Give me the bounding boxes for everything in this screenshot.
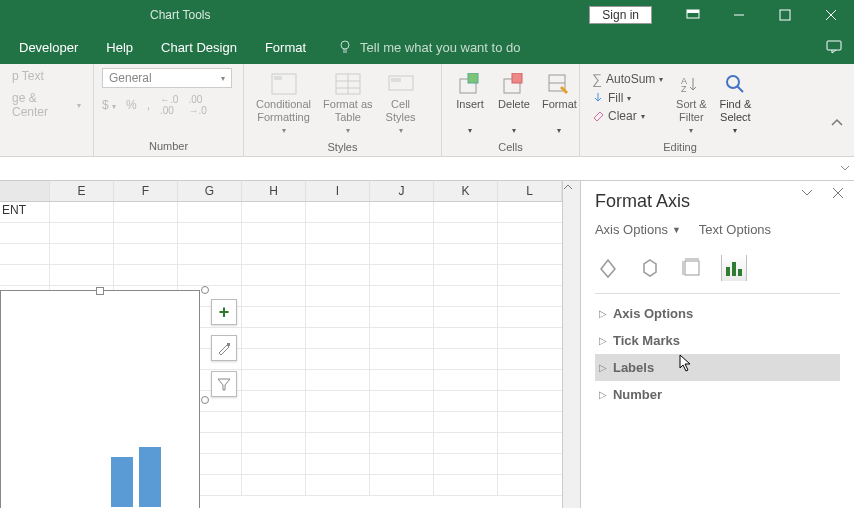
col-header-I[interactable]: I xyxy=(306,181,370,201)
collapse-ribbon-icon[interactable] xyxy=(830,118,844,128)
tab-chart-design[interactable]: Chart Design xyxy=(147,30,251,64)
col-header-J[interactable]: J xyxy=(370,181,434,201)
cell-styles-button[interactable]: Cell Styles ▾ xyxy=(381,68,421,139)
table-icon xyxy=(332,70,364,98)
axis-options-tab[interactable]: Axis Options▼ xyxy=(595,222,681,237)
svg-rect-35 xyxy=(732,262,736,276)
text-options-tab[interactable]: Text Options xyxy=(699,222,771,237)
format-axis-pane: Format Axis Axis Options▼ Text Options ▷… xyxy=(580,181,854,508)
insert-button[interactable]: Insert▾ xyxy=(450,68,490,139)
group-alignment: p Text ge & Center▾ xyxy=(0,64,94,156)
autosum-button[interactable]: ∑AutoSum▾ xyxy=(588,70,667,88)
styles-group-label: Styles xyxy=(252,139,433,155)
chart-bar xyxy=(111,457,133,507)
formula-expand-icon[interactable] xyxy=(838,161,852,175)
percent-format-button[interactable]: % xyxy=(126,98,137,112)
funnel-icon xyxy=(216,376,232,392)
section-number[interactable]: ▷Number xyxy=(595,381,840,408)
close-icon[interactable] xyxy=(808,0,854,30)
section-tick-marks[interactable]: ▷Tick Marks xyxy=(595,327,840,354)
pane-options-icon[interactable] xyxy=(800,187,814,199)
clear-button[interactable]: Clear▾ xyxy=(588,108,667,124)
vertical-scrollbar[interactable] xyxy=(562,181,580,508)
chevron-down-icon: ▾ xyxy=(221,74,225,83)
sign-in-button[interactable]: Sign in xyxy=(589,6,652,24)
svg-rect-11 xyxy=(274,76,282,80)
fill-line-icon[interactable] xyxy=(595,255,621,281)
merge-center-button[interactable]: ge & Center▾ xyxy=(8,90,85,120)
wrap-text-button[interactable]: p Text xyxy=(8,68,48,84)
format-cells-button[interactable]: Format▾ xyxy=(538,68,581,139)
decrease-decimal-button[interactable]: .00→.0 xyxy=(188,94,206,116)
size-properties-icon[interactable] xyxy=(679,255,705,281)
comma-format-button[interactable]: , xyxy=(147,98,150,112)
chevron-right-icon: ▷ xyxy=(599,335,607,346)
cells-grid[interactable]: ENT + xyxy=(0,202,562,508)
chart-bar xyxy=(139,447,161,507)
group-cells: Insert▾ Delete▾ Format▾ Cells xyxy=(442,64,580,156)
svg-line-27 xyxy=(737,86,743,92)
axis-options-icon[interactable] xyxy=(721,255,747,281)
number-format-dropdown[interactable]: General ▾ xyxy=(102,68,232,88)
chart-bars xyxy=(111,447,161,507)
chart-filter-button[interactable] xyxy=(211,371,237,397)
chevron-right-icon: ▷ xyxy=(599,389,607,400)
scroll-up-icon[interactable] xyxy=(563,181,580,191)
svg-rect-28 xyxy=(227,343,230,346)
fill-button[interactable]: Fill▾ xyxy=(588,90,667,106)
col-header-G[interactable]: G xyxy=(178,181,242,201)
chart-tools-label: Chart Tools xyxy=(150,8,210,22)
delete-button[interactable]: Delete▾ xyxy=(494,68,534,139)
find-select-button[interactable]: Find & Select ▾ xyxy=(715,68,755,139)
col-header-L[interactable]: L xyxy=(498,181,562,201)
tab-help[interactable]: Help xyxy=(92,30,147,64)
search-icon xyxy=(719,70,751,98)
col-header-K[interactable]: K xyxy=(434,181,498,201)
sort-filter-icon: AZ xyxy=(675,70,707,98)
lightbulb-icon xyxy=(338,40,352,54)
section-axis-options[interactable]: ▷Axis Options xyxy=(595,300,840,327)
tell-me-search[interactable]: Tell me what you want to do xyxy=(338,40,520,55)
section-labels[interactable]: ▷Labels xyxy=(595,354,840,381)
svg-rect-17 xyxy=(391,78,401,82)
effects-icon[interactable] xyxy=(637,255,663,281)
col-header-E[interactable]: E xyxy=(50,181,114,201)
chevron-right-icon: ▷ xyxy=(599,308,607,319)
ribbon: p Text ge & Center▾ General ▾ $ ▾ % , ←.… xyxy=(0,64,854,157)
maximize-icon[interactable] xyxy=(762,0,808,30)
svg-point-6 xyxy=(341,41,349,49)
formula-bar[interactable] xyxy=(0,157,854,181)
group-number: General ▾ $ ▾ % , ←.0.00 .00→.0 Number xyxy=(94,64,244,156)
svg-text:Z: Z xyxy=(681,84,687,94)
sort-filter-button[interactable]: AZ Sort & Filter ▾ xyxy=(671,68,711,139)
pane-sections: ▷Axis Options ▷Tick Marks ▷Labels ▷Numbe… xyxy=(595,300,840,408)
chevron-down-icon: ▾ xyxy=(77,101,81,110)
comments-icon[interactable] xyxy=(826,40,842,54)
select-all-corner[interactable] xyxy=(0,181,50,201)
cells-group-label: Cells xyxy=(450,139,571,155)
chart-handle[interactable] xyxy=(201,396,209,404)
eraser-icon xyxy=(592,110,604,122)
col-header-F[interactable]: F xyxy=(114,181,178,201)
insert-icon xyxy=(454,70,486,98)
chart-styles-button[interactable] xyxy=(211,335,237,361)
close-pane-icon[interactable] xyxy=(832,187,844,199)
conditional-formatting-button[interactable]: Conditional Formatting ▾ xyxy=(252,68,315,139)
cell[interactable]: ENT xyxy=(0,202,50,222)
increase-decimal-button[interactable]: ←.0.00 xyxy=(160,94,178,116)
chart-object[interactable]: + xyxy=(0,290,200,508)
ribbon-display-icon[interactable] xyxy=(670,0,716,30)
tab-format[interactable]: Format xyxy=(251,30,320,64)
pane-icon-row xyxy=(595,247,840,294)
chart-handle[interactable] xyxy=(201,286,209,294)
minimize-icon[interactable] xyxy=(716,0,762,30)
format-as-table-button[interactable]: Format as Table ▾ xyxy=(319,68,377,139)
col-header-H[interactable]: H xyxy=(242,181,306,201)
svg-rect-34 xyxy=(726,267,730,276)
chart-handle[interactable] xyxy=(96,287,104,295)
accounting-format-button[interactable]: $ ▾ xyxy=(102,98,116,112)
svg-rect-36 xyxy=(738,269,742,276)
chart-elements-button[interactable]: + xyxy=(211,299,237,325)
tab-developer[interactable]: Developer xyxy=(5,30,92,64)
group-styles: Conditional Formatting ▾ Format as Table… xyxy=(244,64,442,156)
